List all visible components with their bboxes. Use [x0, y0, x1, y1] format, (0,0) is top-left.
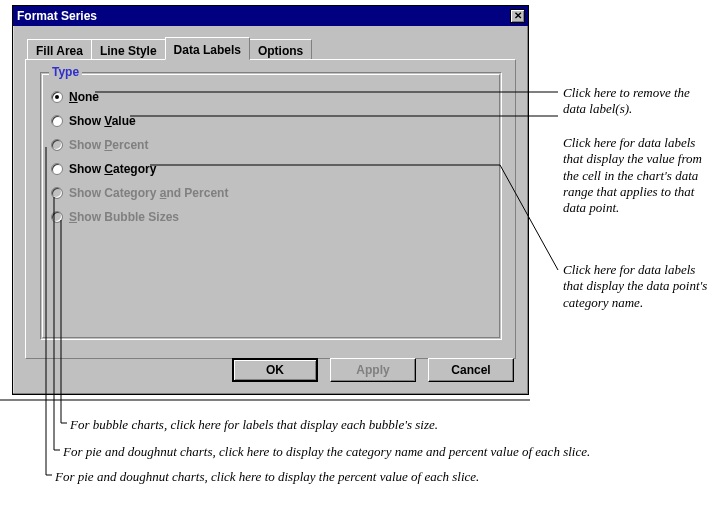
close-button[interactable]: ✕: [510, 9, 525, 23]
apply-button: Apply: [330, 358, 416, 382]
tab-fill-area[interactable]: Fill Area: [27, 39, 92, 59]
group-title: Type: [49, 65, 82, 79]
radio-icon: [51, 115, 63, 127]
tab-line-style[interactable]: Line Style: [91, 39, 166, 59]
radio-icon: [51, 163, 63, 175]
radio-show-category-and-percent: Show Category and Percent: [51, 181, 501, 205]
callout-show-category: Click here for data labels that display …: [563, 262, 713, 311]
type-options: None Show Value Show Percent Show Catego…: [41, 73, 501, 229]
close-icon: ✕: [514, 11, 522, 21]
dialog-title: Format Series: [17, 9, 97, 23]
radio-icon: [51, 211, 63, 223]
radio-icon: [51, 139, 63, 151]
tabstrip: Fill Area Line Style Data Labels Options: [27, 36, 528, 59]
radio-label: Show Bubble Sizes: [69, 210, 179, 224]
radio-show-bubble-sizes: Show Bubble Sizes: [51, 205, 501, 229]
tab-options[interactable]: Options: [249, 39, 312, 59]
cancel-button[interactable]: Cancel: [428, 358, 514, 382]
radio-show-category[interactable]: Show Category: [51, 157, 501, 181]
type-groupbox: Type None Show Value Show Percent Show C…: [40, 72, 502, 340]
callout-bubble: For bubble charts, click here for labels…: [70, 417, 710, 433]
radio-label: Show Percent: [69, 138, 148, 152]
radio-label: Show Category and Percent: [69, 186, 228, 200]
button-bar: OK Apply Cancel: [232, 358, 514, 382]
radio-icon: [51, 187, 63, 199]
ok-button[interactable]: OK: [232, 358, 318, 382]
radio-icon: [51, 91, 63, 103]
radio-label: Show Category: [69, 162, 156, 176]
callout-cat-pct: For pie and doughnut charts, click here …: [63, 444, 713, 460]
callout-pct: For pie and doughnut charts, click here …: [55, 469, 705, 485]
callout-show-value: Click here for data labels that display …: [563, 135, 713, 216]
radio-label: None: [69, 90, 99, 104]
format-series-dialog: Format Series ✕ Fill Area Line Style Dat…: [12, 5, 529, 395]
tab-panel: Type None Show Value Show Percent Show C…: [25, 59, 516, 359]
tab-data-labels[interactable]: Data Labels: [165, 37, 250, 60]
callout-none: Click here to remove the data label(s).: [563, 85, 713, 118]
radio-label: Show Value: [69, 114, 136, 128]
radio-show-value[interactable]: Show Value: [51, 109, 501, 133]
radio-none[interactable]: None: [51, 85, 501, 109]
radio-show-percent: Show Percent: [51, 133, 501, 157]
titlebar: Format Series ✕: [13, 6, 528, 26]
